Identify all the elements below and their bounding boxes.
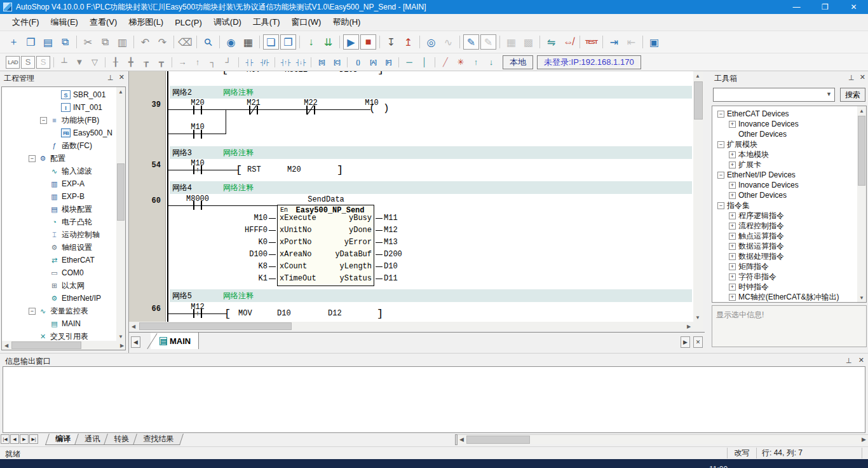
find-icon[interactable]: ⚲ [197,31,219,53]
fb-input-value[interactable]: D100 [218,249,268,261]
expand-icon[interactable]: + [729,284,736,291]
compile-all-icon[interactable]: ⇊ [320,34,336,50]
toolbox-tree-item--[interactable]: +时钟指令 [714,282,857,292]
instruction-operand[interactable]: M20 [287,165,301,174]
expand-icon[interactable]: + [729,273,736,280]
fb-instance-label[interactable]: SendData [308,195,344,204]
redo-icon[interactable]: ↷ [154,34,170,50]
run-icon[interactable]: ▶ [343,34,359,50]
project-tree-item--[interactable]: −∿变量监控表 [2,305,116,317]
tab-last-icon[interactable]: ▶| [29,434,38,444]
print-preview-icon[interactable]: ◉ [223,34,239,50]
toolbox-tree-item--[interactable]: +数据处理指令 [714,251,857,261]
output-coil-icon[interactable]: ( ) [351,56,365,69]
scroll-right-icon[interactable]: ▶ [862,436,866,443]
project-tree-item-sbr-001[interactable]: SSBR_001 [2,88,116,101]
save-all-icon[interactable]: ⧉ [57,34,73,50]
instruction-op[interactable]: RST [247,165,261,174]
toolbox-tree-item--[interactable]: +流程控制指令 [714,221,857,231]
contact-rising-edge[interactable]: ↑ [193,165,203,174]
scrollbar-thumb[interactable] [694,81,703,120]
append-network-icon[interactable]: ▼ [72,56,86,69]
ladder-canvas[interactable]: [ MOV R8611 D103 ] 39 54 60 66 网络2 网络注释 … [129,71,693,322]
project-tree-hscrollbar[interactable]: ◀ ▶ [2,341,126,350]
scroll-left-icon[interactable]: ◀ [129,322,138,331]
draw-vertical-line-icon[interactable]: │ [417,56,431,69]
toolbox-tree-item-ethernet-ip-devices[interactable]: −EtherNet/IP Devices [714,170,857,180]
export-config-icon[interactable]: ▩ [520,34,536,50]
scroll-up-icon[interactable]: ▲ [116,87,125,96]
project-tree-item--[interactable]: ⚙轴组设置 [2,241,116,254]
draw-horizontal-line-icon[interactable]: ─ [402,56,416,69]
collapse-icon[interactable]: − [717,172,724,179]
output-coil[interactable]: ( [369,103,376,114]
toolbox-tree-item--[interactable]: −扩展模块 [714,139,857,149]
editor-hscrollbar[interactable]: ◀ ▶ [129,322,693,331]
fb-output-value[interactable]: D10 [384,261,398,273]
move-down-icon[interactable]: ↓ [484,56,498,69]
monitor-icon[interactable]: ◎ [423,34,439,50]
scroll-up-icon[interactable]: ▲ [693,71,702,80]
contact-rising-edge-icon[interactable]: ┤↑├ [278,56,292,69]
scrollbar-thumb[interactable] [117,163,125,221]
new-file-icon[interactable]: ＋ [6,34,22,50]
insert-cell-left-icon[interactable]: ╂ [109,56,123,69]
scrollbar-thumb[interactable] [11,341,81,349]
contact-normally-open[interactable] [193,106,203,114]
fb-output-value[interactable]: M11 [384,212,398,224]
instruction-operand[interactable]: R8611 [285,71,308,74]
project-tree-item-main[interactable]: ▤MAIN [2,317,116,330]
windows-taskbar[interactable]: 11:00 [0,459,868,468]
instruction-a-icon[interactable]: [A] [366,56,380,69]
scrollbar-thumb[interactable] [466,436,530,444]
print-icon[interactable]: ▦ [240,34,256,50]
project-tree-item-easy500-n[interactable]: FBEasy500_N [2,127,116,139]
contact-normally-closed[interactable] [306,106,316,114]
fb-output-value[interactable]: D11 [384,273,398,285]
wire-corner-up-icon[interactable]: ┘ [221,56,235,69]
insert-branch-icon[interactable]: ┳ [154,56,168,69]
stop-icon[interactable]: ■ [360,34,376,50]
close-panel-icon[interactable]: ✕ [858,356,864,364]
toolbox-tree-item--[interactable]: +字符串指令 [714,272,857,282]
toolbox-search-input[interactable]: ▼ [713,88,835,102]
copy-icon[interactable]: ⧉ [97,34,113,50]
expand-icon[interactable]: + [729,253,736,260]
fb-input-value[interactable]: K8 [218,261,268,273]
toolbox-tree-item--[interactable]: −指令集 [714,200,857,210]
project-tree-vscrollbar[interactable]: ▲ ▼ [116,87,125,341]
insert-cell-icon[interactable]: ╋ [124,56,138,69]
scroll-right-icon[interactable]: ▶ [684,322,693,331]
pin-icon[interactable]: ⊤ [107,73,114,81]
insert-network-below-icon[interactable]: ▽ [88,56,102,69]
undo-icon[interactable]: ↶ [137,34,153,50]
import-config-icon[interactable]: ▦ [503,34,519,50]
close-icon[interactable]: ✕ [839,0,868,14]
network-header[interactable]: 网络4 网络注释 [170,181,692,194]
fb-output-value[interactable]: M12 [384,224,398,237]
tab-scroll-left-icon[interactable]: ◀ [131,336,140,348]
toolbox-tree-item-other-devices[interactable]: +Other Devices [714,190,857,200]
collapse-icon[interactable]: − [29,308,36,315]
instruction-operand[interactable]: D103 [339,71,358,74]
project-tree-item-exp-a[interactable]: ▥EXP-A [2,177,116,190]
instruction-operand[interactable]: D10 [277,309,291,318]
simulation-test-icon[interactable]: TEST [583,34,599,50]
toolbox-tree-item-inovance-devices[interactable]: +Inovance Devices [714,119,857,129]
expand-icon[interactable]: + [729,223,736,230]
scrollbar-thumb[interactable] [858,116,865,186]
output-coil[interactable]: ) [383,103,390,114]
project-tree-item--fb-[interactable]: −≡功能块(FB) [2,114,116,127]
coil-reset-icon[interactable]: [C] [330,56,344,69]
cut-icon[interactable]: ✂ [80,34,96,50]
menu-item-1[interactable]: 编辑(E) [45,14,84,31]
instruction-op[interactable]: MOV [247,71,261,74]
project-tree-item-int-001[interactable]: IINT_001 [2,101,116,114]
fb-output-value[interactable]: M13 [384,237,398,249]
delete-icon[interactable]: ⌫ [177,34,193,50]
paste-icon[interactable]: ▥ [114,34,130,50]
pin-icon[interactable]: ⊤ [846,356,852,364]
toolbox-vscrollbar[interactable]: ▲ ▼ [857,106,866,302]
close-panel-icon[interactable]: ✕ [860,73,865,81]
login-status-button[interactable]: 未登录:IP:192.168.1.170 [537,55,641,69]
